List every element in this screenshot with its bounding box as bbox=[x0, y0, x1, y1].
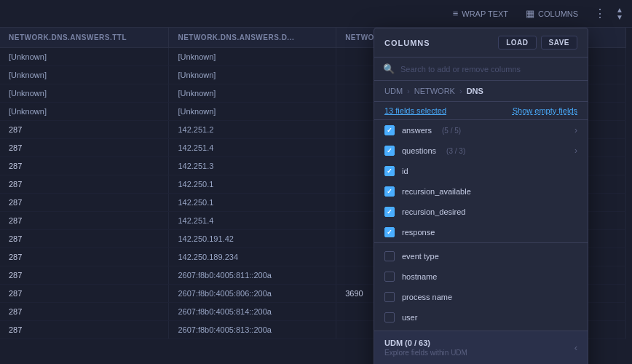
field-checkbox[interactable] bbox=[384, 292, 395, 302]
columns-panel-header: COLUMNS LOAD SAVE bbox=[374, 28, 588, 58]
table-cell: [Unknown] bbox=[0, 48, 169, 66]
table-cell: 287 bbox=[0, 266, 169, 285]
table-cell: 142.250.1 bbox=[169, 194, 336, 212]
field-checkbox[interactable] bbox=[384, 186, 395, 197]
field-name-label: user bbox=[402, 313, 417, 322]
load-button[interactable]: LOAD bbox=[498, 36, 536, 50]
search-box: 🔍 bbox=[374, 58, 588, 81]
section-desc-label: Explore fields within UDM bbox=[384, 349, 467, 357]
table-cell: 2607:f8b0:4005:811::200a bbox=[169, 266, 336, 285]
table-cell: [Unknown] bbox=[169, 103, 336, 121]
field-name-label: id bbox=[402, 167, 408, 175]
expand-field-icon[interactable]: › bbox=[574, 125, 577, 135]
table-cell: 142.251.3 bbox=[169, 157, 336, 175]
field-name-label: recursion_desired bbox=[402, 207, 465, 216]
field-name-label: event type bbox=[402, 252, 439, 261]
more-options-button[interactable]: ⋮ bbox=[590, 4, 610, 23]
save-button[interactable]: SAVE bbox=[541, 36, 578, 50]
table-cell: 287 bbox=[0, 285, 169, 303]
table-cell: 287 bbox=[0, 303, 169, 321]
table-cell: 142.250.189.234 bbox=[169, 248, 336, 266]
table-cell: 287 bbox=[0, 212, 169, 230]
breadcrumb: UDM › NETWORK › DNS bbox=[374, 81, 588, 102]
unchecked-field-row[interactable]: event type bbox=[374, 246, 588, 266]
unchecked-field-row[interactable]: hostname bbox=[374, 266, 588, 287]
columns-icon: ▦ bbox=[526, 8, 534, 19]
field-name-label: questions bbox=[402, 146, 436, 155]
udm-chevron-icon[interactable]: ‹ bbox=[574, 342, 577, 353]
table-cell: [Unknown] bbox=[169, 48, 336, 66]
table-cell: 287 bbox=[0, 248, 169, 266]
columns-panel: COLUMNS LOAD SAVE 🔍 UDM › NETWORK › DNS … bbox=[374, 28, 588, 364]
field-checkbox[interactable] bbox=[384, 166, 395, 176]
table-cell: 142.250.191.42 bbox=[169, 230, 336, 248]
table-cell: [Unknown] bbox=[169, 84, 336, 103]
checked-field-row[interactable]: answers(5 / 5)› bbox=[374, 120, 588, 141]
field-count-label: (5 / 5) bbox=[442, 127, 461, 135]
field-count-label: (3 / 3) bbox=[446, 147, 465, 155]
wrap-text-icon: ≡ bbox=[453, 8, 459, 19]
field-checkbox[interactable] bbox=[384, 207, 395, 217]
unchecked-field-row[interactable]: user bbox=[374, 307, 588, 328]
table-cell: 2607:f8b0:4005:806::200a bbox=[169, 285, 336, 303]
section-name-label: UDM (0 / 63) bbox=[384, 339, 467, 347]
columns-panel-title: COLUMNS bbox=[384, 39, 430, 47]
search-input[interactable] bbox=[400, 65, 579, 74]
table-cell: 2607:f8b0:4005:814::200a bbox=[169, 303, 336, 321]
field-checkbox[interactable] bbox=[384, 272, 395, 282]
wrap-text-label: WRAP TEXT bbox=[462, 9, 508, 18]
toolbar: ≡ WRAP TEXT ▦ COLUMNS ⋮ ▲▼ bbox=[0, 0, 632, 28]
summary-row: 13 fields selected Show empty fields bbox=[374, 102, 588, 120]
breadcrumb-level2[interactable]: NETWORK bbox=[414, 87, 455, 95]
search-icon: 🔍 bbox=[383, 63, 395, 74]
table-cell: 287 bbox=[0, 139, 169, 157]
checked-field-row[interactable]: response bbox=[374, 222, 588, 242]
unchecked-fields-section: event typehostnameprocess nameuser bbox=[374, 242, 588, 331]
table-cell: [Unknown] bbox=[0, 103, 169, 121]
show-empty-fields[interactable]: Show empty fields bbox=[513, 106, 577, 115]
table-cell: [Unknown] bbox=[0, 66, 169, 84]
table-cell: 142.251.4 bbox=[169, 139, 336, 157]
field-checkbox[interactable] bbox=[384, 125, 395, 135]
table-cell: 142.251.2 bbox=[169, 121, 336, 139]
checked-field-row[interactable]: questions(3 / 3)› bbox=[374, 141, 588, 161]
wrap-text-button[interactable]: ≡ WRAP TEXT bbox=[447, 5, 514, 22]
breadcrumb-sep1: › bbox=[407, 87, 410, 95]
table-cell: 287 bbox=[0, 157, 169, 175]
field-checkbox[interactable] bbox=[384, 227, 395, 237]
table-cell: 287 bbox=[0, 194, 169, 212]
field-name-label: answers bbox=[402, 126, 432, 135]
field-checkbox[interactable] bbox=[384, 251, 395, 261]
breadcrumb-root[interactable]: UDM bbox=[384, 87, 403, 95]
table-cell: 2607:f8b0:4005:813::200a bbox=[169, 321, 336, 339]
breadcrumb-sep2: › bbox=[459, 87, 462, 95]
selected-count[interactable]: 13 fields selected bbox=[384, 106, 446, 115]
udm-section-header[interactable]: UDM (0 / 63)Explore fields within UDM‹ bbox=[374, 331, 588, 364]
field-checkbox[interactable] bbox=[384, 146, 395, 156]
col-header-ttl: NETWORK.DNS.ANSWERS.TTL bbox=[0, 28, 169, 48]
columns-button[interactable]: ▦ COLUMNS bbox=[520, 5, 584, 22]
breadcrumb-current: DNS bbox=[467, 87, 483, 95]
checked-field-row[interactable]: id bbox=[374, 161, 588, 181]
columns-panel-actions: LOAD SAVE bbox=[498, 36, 577, 50]
field-name-label: recursion_available bbox=[402, 187, 471, 196]
field-checkbox[interactable] bbox=[384, 312, 395, 323]
field-name-label: response bbox=[402, 228, 435, 237]
table-cell: 287 bbox=[0, 121, 169, 139]
checked-field-row[interactable]: recursion_desired bbox=[374, 202, 588, 222]
sections-group: UDM (0 / 63)Explore fields within UDM‹Gr… bbox=[374, 331, 588, 364]
table-cell: [Unknown] bbox=[0, 84, 169, 103]
table-cell: [Unknown] bbox=[169, 66, 336, 84]
table-cell: 287 bbox=[0, 230, 169, 248]
expand-field-icon[interactable]: › bbox=[574, 146, 577, 156]
field-name-label: process name bbox=[402, 293, 452, 301]
table-cell: 287 bbox=[0, 321, 169, 339]
checked-field-row[interactable]: recursion_available bbox=[374, 181, 588, 202]
table-cell: 142.251.4 bbox=[169, 212, 336, 230]
table-cell: 142.250.1 bbox=[169, 175, 336, 194]
sort-arrows[interactable]: ▲▼ bbox=[616, 7, 623, 21]
unchecked-field-row[interactable]: process name bbox=[374, 287, 588, 307]
field-name-label: hostname bbox=[402, 272, 437, 281]
table-cell: 287 bbox=[0, 175, 169, 194]
col-header-answers-d: NETWORK.DNS.ANSWERS.D... bbox=[169, 28, 336, 48]
